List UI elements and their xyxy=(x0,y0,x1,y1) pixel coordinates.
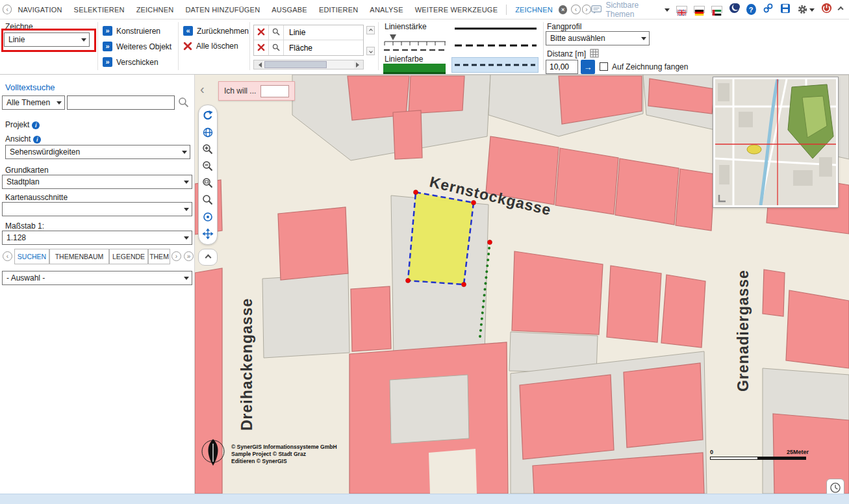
verschicken-button[interactable]: » Verschicken xyxy=(103,57,158,67)
tab-zeichnen[interactable]: ZEICHNEN xyxy=(131,6,180,14)
delete-object-icon[interactable] xyxy=(254,27,268,38)
theme-filter-select[interactable]: Alle Themen xyxy=(2,95,65,110)
map-viewport[interactable]: Kernstockgasse Dreihackengasse Grenadier… xyxy=(195,75,849,494)
ansicht-select[interactable]: Sehenswürdigkeiten xyxy=(5,145,190,159)
grid-icon[interactable] xyxy=(590,49,599,58)
tab-next-icon[interactable]: › xyxy=(582,5,591,14)
save-icon[interactable] xyxy=(780,3,791,16)
line-style-solid[interactable] xyxy=(453,26,538,31)
close-tab-icon[interactable]: × xyxy=(559,5,567,14)
zoom-out-icon[interactable] xyxy=(201,159,215,173)
tab-suchen[interactable]: SUCHEN xyxy=(14,249,49,264)
object-label: Linie xyxy=(284,28,310,37)
scale-bar: 0 25Meter xyxy=(710,449,809,460)
line-style-dashed-selected[interactable] xyxy=(451,57,539,73)
menu-collapse-icon[interactable]: ‹ xyxy=(3,5,12,14)
objects-hscrollbar[interactable] xyxy=(253,60,364,69)
scroll-right-icon[interactable] xyxy=(354,60,363,69)
panel-next-icon[interactable]: › xyxy=(171,251,181,261)
fangprofil-select[interactable]: Bitte auswählen xyxy=(546,31,650,45)
tab-analyse[interactable]: ANALYSE xyxy=(364,6,409,14)
tab-daten-hinzufuegen[interactable]: DATEN HINZUFÜGEN xyxy=(179,6,266,14)
toolbar-collapse-button[interactable] xyxy=(198,249,218,266)
zoom-to-object-icon[interactable] xyxy=(269,27,283,38)
tab-selektieren[interactable]: SELEKTIEREN xyxy=(68,6,131,14)
fangprofil-label: Fangprofil xyxy=(547,22,581,31)
massstab-select[interactable]: 1.128 xyxy=(2,231,192,245)
zoom-to-object-icon[interactable] xyxy=(269,42,283,54)
tab-prev-icon[interactable]: ‹ xyxy=(571,5,580,14)
arrow-right-icon: » xyxy=(103,42,112,51)
scroll-down-icon[interactable] xyxy=(366,47,375,55)
scroll-thumb[interactable] xyxy=(264,61,327,68)
tab-navigation[interactable]: NAVIGATION xyxy=(12,6,68,14)
scroll-left-icon[interactable] xyxy=(254,60,263,69)
themes-bubble-icon xyxy=(591,5,602,14)
collapse-header-icon[interactable] xyxy=(837,6,843,12)
info-icon[interactable]: i xyxy=(33,136,41,144)
flag-uk-icon[interactable] xyxy=(676,6,687,13)
info-icon[interactable]: i xyxy=(32,121,40,129)
street-label-grenadiergasse: Grenadiergasse xyxy=(735,270,752,392)
list-item[interactable]: Fläche xyxy=(254,40,363,55)
snap-checkbox[interactable] xyxy=(600,62,608,71)
search-icon[interactable] xyxy=(178,97,189,110)
flag-germany-icon[interactable] xyxy=(694,6,705,13)
kartenausschnitte-select[interactable] xyxy=(2,202,192,216)
flag-uae-icon[interactable] xyxy=(711,6,722,13)
undo-button[interactable]: « Zurücknehmen xyxy=(183,26,249,36)
center-map-icon[interactable] xyxy=(201,210,215,224)
weiteres-objekt-button[interactable]: » Weiteres Objekt xyxy=(103,42,171,51)
red-x-icon xyxy=(183,42,192,51)
zoom-selection-icon[interactable] xyxy=(201,193,215,207)
dash-style-preview[interactable] xyxy=(383,48,447,52)
divider xyxy=(506,5,507,15)
full-extent-icon[interactable] xyxy=(201,227,215,241)
volltextsuche-link[interactable]: Volltextsuche xyxy=(5,82,55,92)
globe-icon[interactable] xyxy=(201,125,215,140)
search-input[interactable] xyxy=(67,95,175,110)
scroll-up-icon[interactable] xyxy=(366,26,375,34)
grundkarten-select[interactable]: Stadtplan xyxy=(2,175,192,189)
tab-themen-truncated[interactable]: THEM xyxy=(148,249,170,264)
ich-will-widget[interactable]: Ich will ... xyxy=(218,81,295,101)
panel-last-icon[interactable]: » xyxy=(184,251,194,261)
overview-map[interactable] xyxy=(713,77,838,207)
ich-will-input[interactable] xyxy=(260,85,289,97)
refresh-extent-icon[interactable] xyxy=(201,108,215,123)
tab-editieren[interactable]: EDITIEREN xyxy=(313,6,364,14)
tab-legende[interactable]: LEGENDE xyxy=(109,249,148,264)
zeichne-select[interactable]: Linie xyxy=(4,32,90,47)
history-clock-button[interactable] xyxy=(826,479,844,494)
line-color-label: Linienfarbe xyxy=(385,55,423,64)
konstruieren-button[interactable]: » Konstruieren xyxy=(103,26,160,36)
tab-zeichnen-active[interactable]: ZEICHNEN xyxy=(509,6,559,14)
list-item[interactable]: Linie xyxy=(254,25,363,40)
auswahl-select[interactable]: - Auswahl - xyxy=(2,271,192,285)
visible-themes-dropdown[interactable]: Sichtbare Themen xyxy=(591,1,670,19)
help-icon[interactable]: ? xyxy=(746,4,756,15)
line-style-dashed[interactable] xyxy=(453,43,538,48)
settings-gear-dropdown[interactable] xyxy=(797,4,815,15)
logout-power-icon[interactable] xyxy=(821,3,832,16)
tab-ausgabe[interactable]: AUSGABE xyxy=(266,6,313,14)
panel-prev-icon[interactable]: ‹ xyxy=(3,251,12,261)
tab-weitere-werkzeuge[interactable]: WEITERE WERKZEUGE xyxy=(409,6,503,14)
delete-object-icon[interactable] xyxy=(254,42,268,54)
drawn-polygon[interactable] xyxy=(408,192,474,284)
line-width-slider[interactable] xyxy=(383,32,447,47)
zoom-in-icon[interactable] xyxy=(201,142,215,157)
zoom-window-icon[interactable] xyxy=(201,176,215,190)
line-color-swatch[interactable] xyxy=(383,64,446,74)
drawn-objects-list: Linie Fläche xyxy=(253,25,364,56)
tab-themenbaum[interactable]: THEMENBAUM xyxy=(49,249,109,264)
clear-all-button[interactable]: Alle löschen xyxy=(183,42,238,51)
drawing-toolbar: Zeichne Linie » Konstruieren » Weiteres … xyxy=(0,19,849,75)
dark-mode-moon-icon[interactable] xyxy=(729,3,740,16)
link-icon[interactable] xyxy=(763,3,774,16)
sidebar-collapse-handle[interactable]: ‹ xyxy=(200,82,205,95)
distanz-input[interactable] xyxy=(546,60,578,74)
distanz-label: Distanz [m] xyxy=(547,49,586,58)
apply-distance-button[interactable]: → xyxy=(581,60,595,74)
map-copyright: © SynerGIS Informationssysteme GmbH Samp… xyxy=(231,444,337,465)
